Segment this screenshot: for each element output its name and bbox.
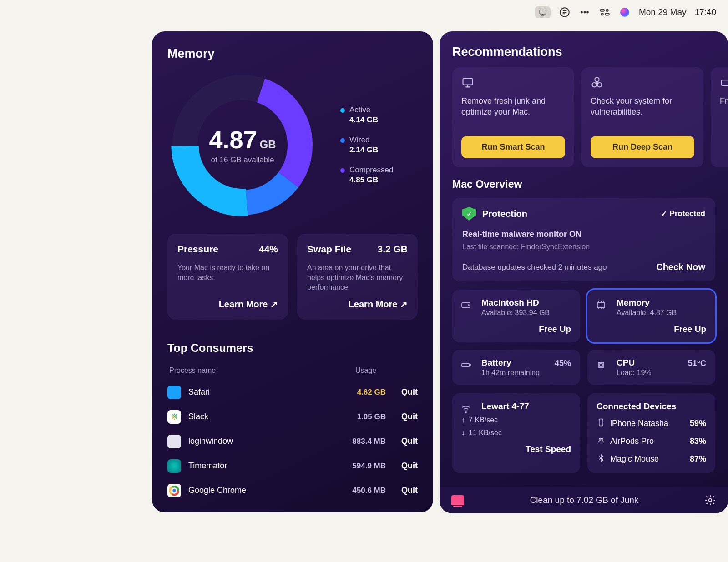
footer-text[interactable]: Clean up to 7.02 GB of Junk — [530, 495, 639, 505]
process-usage: 883.4 MB — [331, 437, 386, 446]
app-icon — [167, 386, 181, 399]
memory-panel: Memory 4.87GB of 16 GB available Active4… — [152, 31, 433, 512]
memory-donut-chart: 4.87GB of 16 GB available — [167, 70, 318, 220]
cpu-sub: Load: 19% — [617, 369, 706, 377]
memory-value: 4.87 — [209, 126, 257, 153]
memory-tile[interactable]: MemoryAvailable: 4.87 GB Free Up — [587, 290, 715, 342]
svg-rect-29 — [598, 362, 604, 368]
pressure-learn-more[interactable]: Learn More ↗ — [177, 299, 278, 310]
svg-rect-18 — [463, 79, 473, 85]
svg-point-4 — [586, 11, 589, 14]
quit-button[interactable]: Quit — [386, 461, 418, 471]
swap-label: Swap File — [307, 244, 351, 255]
pressure-label: Pressure — [177, 244, 218, 255]
menubar-date[interactable]: Mon 29 May — [639, 7, 687, 17]
swap-learn-more[interactable]: Learn More ↗ — [307, 299, 408, 310]
cpu-tile[interactable]: 51°C CPULoad: 19% — [587, 350, 715, 385]
device-pct: 59% — [690, 419, 706, 428]
process-row: ※Slack1.05 GBQuit — [167, 410, 418, 424]
svg-rect-32 — [599, 419, 603, 426]
app-logo-icon[interactable] — [451, 495, 464, 505]
macintosh-hd-tile[interactable]: Macintosh HDAvailable: 393.94 GB Free Up — [452, 290, 580, 342]
menubar: Mon 29 May 17:40 — [523, 0, 728, 25]
legend-name: Active — [349, 105, 370, 114]
pressure-value: 44% — [259, 244, 278, 255]
download-icon: ↓ — [461, 429, 465, 437]
hd-title: Macintosh HD — [481, 298, 571, 308]
battery-sub: 1h 42m remaining — [481, 369, 571, 377]
svg-point-25 — [468, 305, 469, 306]
menubar-icon-1[interactable] — [559, 6, 571, 18]
device-icon — [597, 436, 606, 447]
hd-free-up[interactable]: Free Up — [461, 324, 571, 334]
device-name: Magic Mouse — [610, 454, 659, 464]
battery-pct: 45% — [555, 359, 571, 368]
battery-tile[interactable]: 45% Battery1h 42m remaining — [452, 350, 580, 385]
quit-button[interactable]: Quit — [386, 412, 418, 422]
quit-button[interactable]: Quit — [386, 486, 418, 495]
siri-icon[interactable] — [619, 6, 631, 18]
recommendation-card: Check your system for vulnerabilities.Ru… — [581, 67, 703, 167]
svg-rect-0 — [540, 10, 546, 14]
rec-button[interactable]: Run Deep Scan — [591, 136, 694, 158]
process-usage: 1.05 GB — [331, 412, 386, 422]
col-usage: Usage — [322, 366, 376, 375]
svg-point-17 — [172, 489, 176, 492]
svg-point-7 — [601, 13, 603, 15]
quit-button[interactable]: Quit — [386, 437, 418, 446]
process-usage: 4.62 GB — [331, 388, 386, 397]
svg-point-22 — [597, 83, 602, 87]
settings-icon[interactable] — [704, 494, 716, 506]
disk-icon — [720, 76, 728, 89]
svg-point-3 — [584, 11, 586, 14]
biohazard-icon — [591, 76, 603, 89]
memory-icon — [596, 300, 607, 311]
process-name: Timemator — [188, 461, 331, 471]
wifi-name: Lewart 4-77 — [481, 401, 571, 411]
quit-button[interactable]: Quit — [386, 387, 418, 397]
mem-sub: Available: 4.87 GB — [617, 309, 706, 317]
col-process: Process name — [169, 366, 322, 375]
recommendation-card: Remove fresh junk and optimize your Mac.… — [452, 67, 574, 167]
test-speed-button[interactable]: Test Speed — [461, 444, 571, 454]
device-row: Magic Mouse87% — [597, 453, 706, 465]
svg-point-33 — [709, 499, 712, 502]
protection-label: Protection — [482, 209, 527, 219]
wifi-up: 7 KB/sec — [469, 416, 498, 424]
memory-title: Memory — [167, 47, 418, 61]
memory-unit: GB — [260, 138, 276, 151]
legend-value: 4.14 GB — [340, 115, 393, 125]
device-row: AirPods Pro83% — [597, 436, 706, 447]
disk-icon — [460, 300, 471, 311]
device-pct: 83% — [690, 437, 706, 446]
top-consumers-title: Top Consumers — [167, 341, 418, 355]
wifi-down: 11 KB/sec — [469, 429, 502, 437]
protection-status: ✓Protected — [661, 209, 705, 219]
swap-value: 3.2 GB — [377, 244, 408, 255]
battery-icon — [460, 360, 471, 371]
timemator-icon — [167, 459, 181, 473]
svg-point-2 — [581, 11, 583, 14]
menubar-app-icon[interactable] — [535, 6, 551, 18]
devices-title: Connected Devices — [597, 401, 706, 411]
control-center-icon[interactable] — [599, 6, 611, 18]
rec-button[interactable]: Run Smart Scan — [461, 136, 565, 158]
process-name: Slack — [188, 412, 331, 422]
svg-rect-6 — [605, 13, 609, 15]
wifi-tile[interactable]: Lewart 4-77 ↑7 KB/sec ↓11 KB/sec Test Sp… — [452, 393, 580, 473]
menubar-time[interactable]: 17:40 — [694, 7, 716, 17]
overview-panel: Recommendations Remove fresh junk and op… — [440, 31, 728, 513]
memory-subtitle: of 16 GB available — [209, 156, 276, 165]
svg-rect-26 — [597, 302, 605, 308]
legend-name: Compressed — [349, 166, 393, 174]
recommendations-title: Recommendations — [452, 45, 728, 59]
menubar-icon-more[interactable] — [579, 6, 591, 18]
process-usage: 450.6 MB — [331, 486, 386, 495]
svg-point-31 — [465, 412, 466, 413]
protection-db-status: Database updates checked 2 minutes ago — [462, 263, 607, 272]
process-row: Google Chrome450.6 MBQuit — [167, 484, 418, 497]
check-now-button[interactable]: Check Now — [656, 262, 705, 272]
mem-free-up[interactable]: Free Up — [597, 324, 706, 334]
process-name: Safari — [188, 387, 331, 397]
process-row: Timemator594.9 MBQuit — [167, 459, 418, 473]
